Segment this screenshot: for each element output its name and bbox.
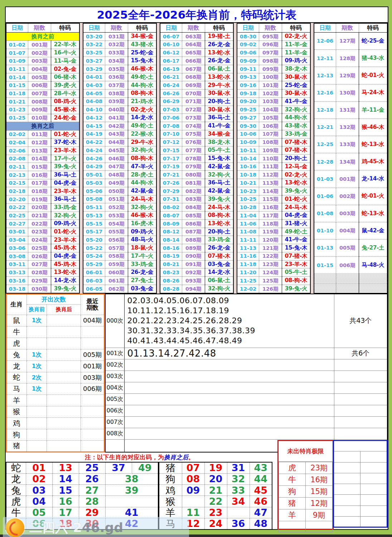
date-cell: 02-25: [6, 212, 28, 220]
special-code-cell: 28-虎-土: [128, 171, 156, 179]
date-cell: 08-19: [160, 252, 182, 260]
date-cell: 08-14: [160, 236, 182, 244]
period-cell: 044期: [105, 138, 128, 146]
zodiac-cell: 蛇: [6, 372, 27, 383]
zodiac-cell: 牛: [279, 474, 306, 486]
period-cell: 059期: [105, 260, 128, 268]
special-code-cell: 14-龙-水: [51, 277, 79, 285]
table-row: 06-01060期26-龙-金: [83, 268, 156, 277]
period-cell: 014期: [28, 155, 51, 163]
date-cell: 12-16: [314, 84, 336, 101]
special-code-cell: 30-鼠-水: [205, 106, 233, 114]
period-cell: 002期: [28, 49, 51, 57]
date-cell: 08-02: [160, 203, 182, 212]
period-cell: 052期: [105, 203, 128, 212]
table-row: 06-17066期26-龙-金: [160, 57, 233, 65]
column-header-date: 日期: [6, 23, 28, 33]
period-cell: 064期: [182, 40, 205, 49]
numbers-line: 40.41.43.44.45.46.47.48.49: [127, 336, 334, 346]
date-cell: 01-15: [6, 81, 28, 90]
count-numbers: [124, 359, 334, 371]
before-count-cell: [26, 429, 47, 441]
date-cell: 12-11: [314, 50, 336, 67]
period-cell: 062期: [105, 285, 128, 293]
count-row: 006次: [105, 405, 387, 416]
zodiac-cell: 蛇: [6, 462, 26, 473]
table-row: 02-04012期37-蛇-木: [6, 139, 79, 147]
table-row: 05-01048期28-虎-土: [83, 171, 156, 179]
zodiac-cell: 虎: [6, 338, 27, 349]
table-row: 05-06050期42-鼠-金: [83, 187, 156, 195]
after-count-cell: [47, 349, 81, 361]
table-row: 09-18102期30-鼠-水: [237, 90, 310, 98]
special-code-cell: 09-鸡-火: [128, 228, 156, 236]
period-cell: 115期: [259, 195, 282, 203]
table-row: 10-21113期13-蛇-水: [237, 179, 310, 187]
map-row: 龙02142638: [6, 473, 158, 484]
period-cell: 089期: [182, 244, 205, 252]
special-code-cell: 06-猪-木: [51, 73, 79, 82]
date-cell: 09-30: [237, 122, 259, 130]
number-cell: 37: [105, 462, 132, 473]
table-row: 04-10040期02-龙-火: [83, 106, 156, 114]
zodiac-cell: 狗: [6, 429, 27, 441]
period-cell: 039期: [105, 97, 128, 106]
before-count-cell: [26, 338, 47, 349]
before-count-cell: 1次: [26, 349, 47, 361]
special-code-cell: 龙-14-水: [359, 170, 387, 188]
special-code-cell: 16-牛-火: [51, 49, 79, 57]
date-cell: 01-23: [6, 106, 28, 114]
table-row: 03-08026期04-虎-金: [6, 252, 79, 260]
special-code-cell: 20-狗-土: [205, 228, 233, 236]
date-cell: 09-20: [237, 97, 259, 106]
zodiac-cell: 猴: [159, 496, 182, 507]
table-row: 07-15077期05-牛-土: [160, 146, 233, 155]
limit-row: 牛16期: [279, 474, 333, 486]
special-code-cell: 24-马-木: [205, 203, 233, 212]
after-count-cell: [47, 418, 81, 429]
period-cell: 098期: [259, 57, 282, 65]
table-row: 10-23114期39-兔-火: [237, 187, 310, 195]
period-cell: 047期: [105, 163, 128, 171]
period-cell: 092期: [182, 268, 205, 277]
table-row: 09-13100期30-鼠-水: [237, 73, 310, 81]
footnote: 注：以下生肖的对应出码，为换肖之后。: [6, 453, 274, 462]
period-cell: 045期: [105, 146, 128, 155]
special-code-cell: 03-兔-金: [205, 260, 233, 268]
period-cell: 096期: [259, 40, 282, 49]
special-code-cell: 24-马-木: [128, 195, 156, 203]
empty-cell: [334, 462, 360, 473]
count-total: [334, 416, 387, 428]
special-code-cell: 22-羊-木: [51, 41, 79, 49]
table-row: 07-03072期30-鼠-水: [160, 106, 233, 114]
date-cell: 01-11: [6, 65, 28, 73]
special-code-cell: 猴-46-木: [359, 118, 387, 136]
count-label: 002次: [105, 359, 124, 371]
special-code-cell: 42-鼠-金: [128, 187, 156, 195]
empty-cell: [360, 505, 387, 516]
table-row: 06-26070期30-鼠-水: [160, 90, 233, 98]
special-code-cell: 19-猪-土: [205, 33, 233, 41]
special-code-cell: 蛇-01-火: [359, 188, 387, 205]
count-row: 005次: [105, 393, 387, 405]
special-code-cell: 04-虎-金: [51, 179, 79, 187]
number-cell: 01: [26, 462, 52, 473]
special-code-cell: 33-鸡-金: [282, 130, 310, 138]
period-cell: 088期: [182, 236, 205, 244]
special-code-cell: 17-牛-火: [51, 155, 79, 163]
period-cell: 031期: [105, 33, 128, 41]
date-cell: 04-24: [83, 146, 105, 155]
date-cell: 08-07: [160, 212, 182, 220]
period-cell: 093期: [182, 277, 205, 285]
period-cell: 066期: [182, 57, 205, 65]
date-cell: 07-29: [160, 187, 182, 195]
period-cell: 108期: [259, 138, 282, 146]
table-row: 09-09098期09-鸡-火: [237, 57, 310, 65]
number-cell: 45: [250, 485, 272, 496]
date-cell: 04-03: [83, 81, 105, 90]
count-numbers: [124, 393, 334, 405]
table-row: 01-14005期06-猪-木: [6, 73, 79, 82]
period-cell: 075期: [182, 130, 205, 138]
period-cell: 016期: [28, 171, 51, 179]
special-code-cell: 36-马-土: [51, 171, 79, 179]
